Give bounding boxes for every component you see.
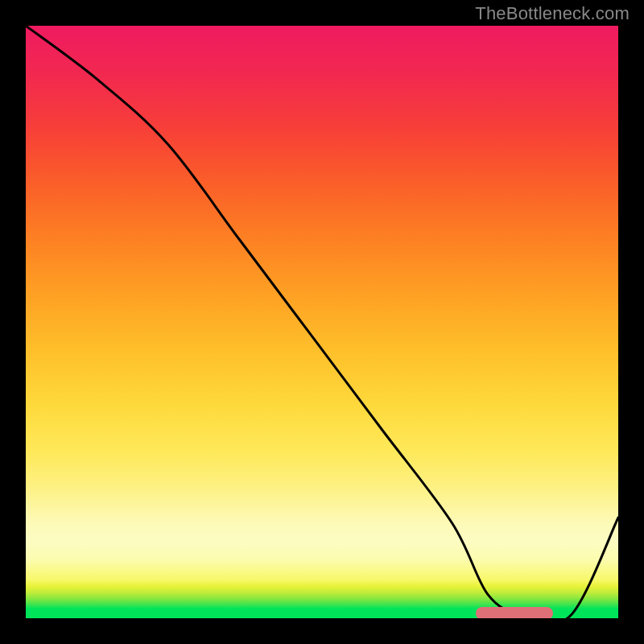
plot-area: [26, 26, 618, 618]
chart-container: TheBottleneck.com: [0, 0, 644, 644]
target-range-marker: [476, 607, 553, 618]
attribution-label: TheBottleneck.com: [475, 3, 630, 24]
curve-path: [26, 26, 618, 618]
bottleneck-curve: [26, 26, 618, 618]
